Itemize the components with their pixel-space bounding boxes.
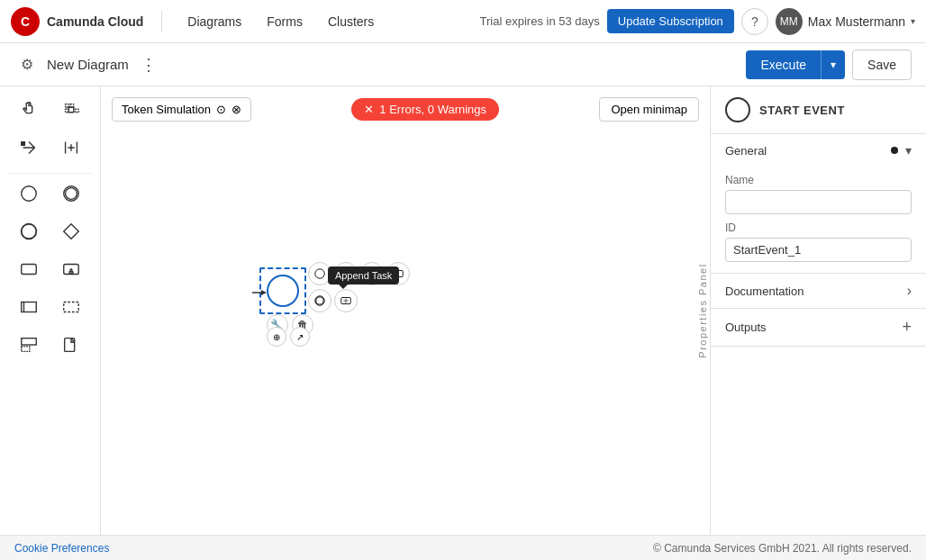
token-simulation-toggle[interactable]: Token Simulation ⊙ ⊗	[112, 97, 251, 122]
create-gateway[interactable]	[55, 215, 87, 248]
append-task-tooltip: Append Task	[328, 266, 399, 285]
outputs-section-label: Outputs	[725, 321, 767, 334]
user-avatar: MM	[776, 8, 803, 35]
id-field-label: ID	[725, 221, 912, 234]
footer: Cookie Preferences © Camunda Services Gm…	[0, 535, 926, 560]
connection-handles: ⊕ ↗	[267, 327, 310, 347]
palette-row-tools	[7, 94, 93, 126]
documentation-section: Documentation ›	[711, 274, 926, 309]
create-annotation[interactable]	[13, 329, 45, 361]
outputs-add-icon[interactable]: +	[902, 318, 912, 337]
top-nav: C Camunda Cloud Diagrams Forms Clusters …	[0, 0, 926, 43]
more-options-button[interactable]: ⋮	[136, 52, 161, 77]
start-event-container: Append Task 🔧 🗑	[267, 275, 447, 347]
id-input[interactable]	[725, 238, 912, 262]
palette-row-events1	[7, 177, 93, 210]
cookie-preferences-link[interactable]: Cookie Preferences	[14, 542, 109, 555]
properties-panel-header: START EVENT	[711, 86, 926, 134]
execute-button[interactable]: Execute	[746, 50, 821, 79]
palette-row-annotations	[7, 329, 93, 361]
bpmn-palette	[0, 86, 101, 535]
main-content: Token Simulation ⊙ ⊗ ✕ 1 Errors, 0 Warni…	[0, 86, 926, 535]
name-input[interactable]	[725, 190, 912, 214]
general-section-content: Name ID	[711, 167, 926, 273]
name-field-label: Name	[725, 174, 912, 186]
sequence-flow-arrow	[252, 289, 268, 296]
user-menu[interactable]: MM Max Mustermann ▾	[776, 8, 915, 35]
global-connect-tool[interactable]	[13, 131, 45, 164]
start-event-icon	[725, 97, 750, 122]
palette-row-tools2	[7, 131, 93, 164]
create-group[interactable]	[55, 291, 87, 323]
general-section-header[interactable]: General ▾	[711, 134, 926, 167]
general-section-indicator	[891, 147, 898, 154]
user-menu-chevron-icon: ▾	[911, 16, 915, 26]
nav-clusters[interactable]: Clusters	[317, 9, 385, 34]
documentation-section-label: Documentation	[725, 285, 803, 298]
svg-rect-11	[22, 347, 30, 352]
toolbar-right: Execute ▾ Save	[746, 50, 912, 80]
documentation-section-header[interactable]: Documentation ›	[711, 274, 926, 308]
create-intermediate-event[interactable]	[55, 177, 87, 210]
save-button[interactable]: Save	[852, 50, 912, 80]
start-event-title: START EVENT	[759, 104, 845, 117]
hand-tool[interactable]	[13, 94, 45, 126]
bpmn-canvas[interactable]: Token Simulation ⊙ ⊗ ✕ 1 Errors, 0 Warni…	[101, 86, 710, 535]
app-logo: C	[11, 7, 40, 36]
general-section-chevron-icon: ▾	[905, 143, 912, 158]
token-simulation-label: Token Simulation	[122, 103, 211, 116]
lasso-tool[interactable]	[55, 94, 87, 126]
context-pad-dbl-circle2[interactable]	[308, 289, 331, 312]
copyright-text: © Camunda Services GmbH 2021. All rights…	[653, 542, 912, 555]
create-pool[interactable]	[13, 291, 45, 323]
svg-point-13	[315, 269, 325, 279]
open-minimap-button[interactable]: Open minimap	[599, 97, 699, 122]
help-button[interactable]: ?	[741, 8, 768, 35]
documentation-chevron-icon: ›	[907, 283, 912, 299]
create-end-event[interactable]	[13, 215, 45, 248]
outputs-section: Outputs +	[711, 309, 926, 347]
space-tool[interactable]	[55, 131, 87, 164]
svg-rect-10	[22, 339, 37, 345]
connect-to-icon[interactable]: ⊕	[267, 327, 286, 347]
nav-links: Diagrams Forms Clusters	[177, 9, 385, 34]
nav-diagrams[interactable]: Diagrams	[177, 9, 252, 34]
palette-row-tasks1	[7, 253, 93, 285]
create-task[interactable]	[13, 253, 45, 285]
nav-forms[interactable]: Forms	[256, 9, 313, 34]
update-subscription-button[interactable]: Update Subscription	[607, 9, 734, 33]
context-pad-row2: Append Task	[308, 289, 358, 312]
palette-row-pools	[7, 291, 93, 323]
palette-row-events2	[7, 215, 93, 248]
toolbar: ⚙ New Diagram ⋮ Execute ▾ Save	[0, 43, 926, 86]
token-simulation-icon: ⊙	[216, 103, 226, 116]
svg-point-2	[66, 188, 77, 200]
token-simulation-toggle-icon: ⊗	[232, 103, 241, 116]
general-section: General ▾ Name ID	[711, 134, 926, 274]
error-badge[interactable]: ✕ 1 Errors, 0 Warnings	[351, 98, 499, 121]
svg-rect-6	[69, 272, 73, 274]
svg-point-18	[316, 297, 323, 304]
svg-marker-21	[261, 290, 267, 295]
diagram-title: New Diagram	[47, 57, 129, 72]
svg-point-3	[22, 224, 37, 239]
properties-panel: Properties Panel START EVENT General ▾ N…	[710, 86, 926, 535]
nav-divider	[161, 11, 162, 32]
error-close-icon: ✕	[364, 103, 374, 116]
execute-button-group: Execute ▾	[746, 50, 845, 79]
svg-point-0	[22, 186, 37, 202]
diagram-elements: Append Task 🔧 🗑	[267, 275, 447, 347]
append-connection-icon[interactable]: ↗	[290, 327, 310, 347]
general-section-label: General	[725, 144, 767, 158]
context-pad-append-task[interactable]: Append Task	[334, 289, 358, 312]
execute-dropdown-button[interactable]: ▾	[821, 50, 845, 79]
start-event-shape[interactable]	[267, 275, 299, 307]
outputs-section-header[interactable]: Outputs +	[711, 309, 926, 346]
canvas-overlay: Token Simulation ⊙ ⊗ ✕ 1 Errors, 0 Warni…	[101, 97, 710, 122]
diagram-settings-icon[interactable]: ⚙	[14, 52, 40, 77]
svg-rect-4	[22, 265, 37, 275]
trial-text: Trial expires in 53 days	[480, 14, 600, 28]
create-data-object[interactable]	[55, 329, 87, 361]
create-subprocess[interactable]	[55, 253, 87, 285]
create-start-event[interactable]	[13, 177, 45, 210]
